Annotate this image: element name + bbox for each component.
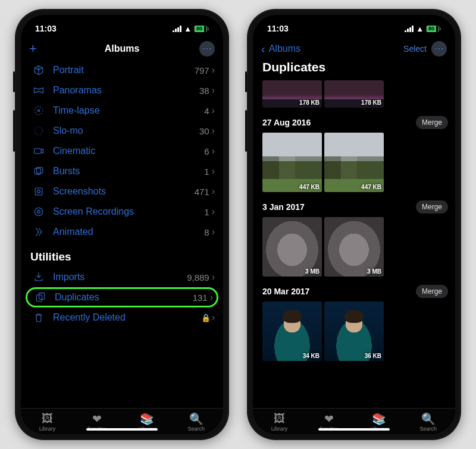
merge-button[interactable]: Merge (416, 116, 448, 129)
lock-icon: 🔒 (201, 313, 211, 322)
chevron-right-icon: › (212, 65, 215, 76)
screenrec-icon (30, 206, 47, 218)
trash-icon (30, 312, 47, 324)
tab-search[interactable]: 🔍Search (188, 412, 205, 432)
albums-tab-icon: 📚 (140, 412, 154, 425)
duplicate-thumbnail[interactable]: 3 MB (262, 217, 322, 277)
chevron-right-icon: › (212, 312, 215, 323)
status-indicators: ▲ 80 (173, 24, 209, 33)
utility-row-imports[interactable]: Imports9,889› (21, 267, 223, 287)
utility-row-duplicates[interactable]: Duplicates131› (26, 287, 218, 307)
svg-point-2 (209, 48, 211, 49)
library-tab-icon: 🖼 (274, 412, 285, 425)
duplicates-icon (32, 291, 49, 303)
duplicate-thumbnail[interactable]: 447 KB (324, 133, 384, 192)
timelapse-icon (30, 105, 47, 117)
album-row-portrait[interactable]: Portrait797› (21, 60, 223, 80)
tab-label: Library (271, 426, 288, 432)
duplicate-thumbnail[interactable]: 34 KB (262, 302, 322, 361)
album-count: 471 (195, 187, 209, 197)
album-row-screenrec[interactable]: Screen Recordings1› (21, 202, 223, 222)
utility-label: Duplicates (55, 292, 193, 303)
right-phone-frame: 11:03 ▲ 80 ‹ Albums Select Dupli (247, 9, 461, 440)
album-count: 38 (199, 86, 209, 96)
album-row-timelapse[interactable]: Time-lapse4› (21, 101, 223, 121)
svg-rect-6 (35, 149, 42, 153)
file-size-label: 178 KB (361, 99, 381, 106)
merge-button[interactable]: Merge (416, 285, 448, 298)
more-options-button[interactable] (199, 41, 215, 56)
tab-label: Search (188, 426, 205, 432)
duplicate-thumbnails: 3 MB3 MB (253, 217, 455, 277)
svg-point-16 (439, 48, 440, 49)
duplicate-thumbnails: 447 KB447 KB (253, 133, 455, 192)
svg-point-4 (37, 109, 39, 111)
portrait-cube-icon (30, 64, 47, 76)
chevron-right-icon: › (212, 272, 215, 282)
duplicate-thumbnail[interactable]: 3 MB (324, 217, 384, 277)
album-count: 30 (199, 126, 209, 136)
tab-library[interactable]: 🖼Library (271, 412, 288, 432)
battery-icon: 80 (194, 26, 209, 32)
duplicate-group-header: 3 Jan 2017Merge (253, 196, 455, 217)
nav-bar: + Albums (21, 39, 223, 60)
back-button[interactable]: ‹ Albums (261, 42, 303, 56)
album-row-bursts[interactable]: Bursts1› (21, 161, 223, 181)
duplicate-thumbnail[interactable]: 36 KB (324, 302, 384, 361)
duplicate-thumbnails: 178 KB178 KB (253, 80, 455, 108)
duplicate-thumbnail[interactable]: 178 KB (262, 80, 322, 108)
battery-icon: 80 (426, 26, 441, 32)
search-tab-icon: 🔍 (189, 412, 203, 425)
duplicates-content[interactable]: 178 KB178 KB27 Aug 2016Merge447 KB447 KB… (253, 78, 455, 408)
nav-bar: ‹ Albums Select (253, 39, 455, 60)
svg-point-11 (35, 208, 42, 215)
chevron-right-icon: › (212, 186, 215, 197)
wifi-icon: ▲ (184, 24, 192, 33)
svg-point-0 (203, 48, 205, 49)
status-time: 11:03 (267, 24, 289, 33)
albums-content[interactable]: Portrait797›Panoramas38›Time-lapse4›Slo-… (21, 60, 223, 408)
select-button[interactable]: Select (403, 44, 427, 54)
file-size-label: 36 KB (365, 353, 381, 359)
album-label: Portrait (53, 65, 195, 76)
file-size-label: 447 KB (299, 184, 320, 190)
album-count: 4 (204, 106, 209, 116)
duplicate-thumbnail[interactable]: 447 KB (262, 133, 322, 192)
album-label: Screen Recordings (53, 206, 204, 217)
more-options-button[interactable] (431, 41, 447, 56)
right-screen: 11:03 ▲ 80 ‹ Albums Select Dupli (253, 15, 455, 434)
chevron-left-icon: ‹ (261, 42, 265, 56)
animated-icon (30, 226, 47, 238)
album-row-slomo[interactable]: Slo-mo30› (21, 121, 223, 141)
page-title: Duplicates (253, 60, 455, 78)
status-indicators: ▲ 80 (405, 24, 441, 33)
utilities-header: Utilities (21, 242, 223, 267)
notch (80, 15, 164, 32)
screenshots-icon (30, 186, 47, 197)
chevron-right-icon: › (212, 206, 215, 217)
svg-point-5 (35, 127, 42, 134)
tab-library[interactable]: 🖼Library (39, 412, 56, 432)
album-row-panoramas[interactable]: Panoramas38› (21, 80, 223, 101)
notch (312, 15, 396, 32)
home-indicator[interactable] (86, 428, 158, 431)
duplicate-thumbnails: 34 KB36 KB (253, 302, 455, 361)
album-row-cinematic[interactable]: Cinematic6› (21, 141, 223, 161)
svg-point-17 (441, 48, 443, 49)
album-row-screenshots[interactable]: Screenshots471› (21, 181, 223, 202)
add-album-button[interactable]: + (29, 41, 37, 56)
tab-search[interactable]: 🔍Search (420, 412, 437, 432)
file-size-label: 34 KB (303, 353, 320, 359)
duplicate-group-header: 27 Aug 2016Merge (253, 111, 455, 133)
cellular-signal-icon (405, 26, 414, 32)
merge-button[interactable]: Merge (416, 200, 448, 213)
foryou-tab-icon: ❤ (92, 412, 102, 425)
chevron-right-icon: › (212, 105, 215, 116)
duplicate-date: 3 Jan 2017 (262, 202, 305, 212)
album-row-animated[interactable]: Animated8› (21, 222, 223, 242)
duplicate-thumbnail[interactable]: 178 KB (324, 80, 384, 108)
home-indicator[interactable] (318, 428, 390, 431)
wifi-icon: ▲ (416, 24, 424, 33)
duplicate-group: 3 Jan 2017Merge3 MB3 MB (253, 193, 455, 278)
utility-row-deleted[interactable]: Recently Deleted🔒› (21, 307, 223, 328)
